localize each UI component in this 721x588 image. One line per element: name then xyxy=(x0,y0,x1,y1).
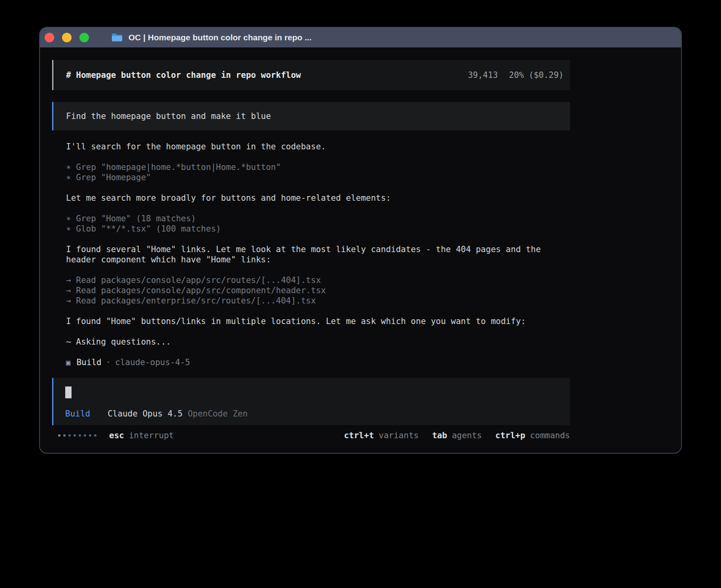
traffic-lights xyxy=(45,33,89,42)
agent-icon: ▣ xyxy=(66,357,70,368)
transcript: I'll search for the homepage button in t… xyxy=(52,141,570,368)
tool-call-line: ∗ Grep "Home" (18 matches) xyxy=(66,213,570,224)
tool-call-line: ∗ Grep "homepage|home.*button|Home.*butt… xyxy=(66,162,570,172)
text-cursor xyxy=(65,386,72,398)
tool-call-line: → Read packages/console/app/src/routes/[… xyxy=(66,275,570,285)
spinner-dots xyxy=(58,434,96,437)
user-message-text: Find the homepage button and make it blu… xyxy=(66,111,271,121)
token-count: 39,413 xyxy=(468,70,498,80)
session-title: # Homepage button color change in repo w… xyxy=(66,70,301,80)
input-meta: BuildClaude Opus 4.5OpenCode Zen xyxy=(65,409,570,419)
commands-label: commands xyxy=(530,431,570,440)
zoom-button[interactable] xyxy=(79,33,89,42)
assistant-message: I'll search for the homepage button in t… xyxy=(66,141,570,152)
titlebar[interactable]: OC | Homepage button color change in rep… xyxy=(40,28,681,47)
provider-label: OpenCode Zen xyxy=(188,409,248,418)
ctrl-p-key-hint: ctrl+p xyxy=(495,431,525,440)
agents-label: agents xyxy=(452,431,482,440)
close-button[interactable] xyxy=(45,33,54,42)
status-bar: esc interrupt ctrl+tvariants tabagents c… xyxy=(52,430,570,441)
assistant-message: ~ Asking questions... xyxy=(66,337,570,347)
ctrl-t-key-hint: ctrl+t xyxy=(344,431,374,440)
tool-call-line: ∗ Glob "**/*.tsx" (100 matches) xyxy=(66,224,570,234)
session-meta: 39,41320%($0.29) xyxy=(468,70,564,80)
agent-model-name: claude-opus-4-5 xyxy=(115,357,190,368)
window-title: OC | Homepage button color change in rep… xyxy=(128,33,311,42)
tool-call-group: ∗ Grep "homepage|home.*button|Home.*butt… xyxy=(66,162,570,183)
shortcut-commands: ctrl+pcommands xyxy=(495,430,570,441)
agent-separator: · xyxy=(106,357,111,368)
assistant-message: Let me search more broadly for buttons a… xyxy=(66,193,570,203)
tool-call-line: → Read packages/enterprise/src/routes/[.… xyxy=(66,296,570,306)
session-header: # Homepage button color change in repo w… xyxy=(52,60,570,90)
variants-label: variants xyxy=(379,431,419,440)
shortcut-variants: ctrl+tvariants xyxy=(344,430,419,441)
minimize-button[interactable] xyxy=(62,33,72,42)
tool-call-group: ∗ Grep "Home" (18 matches) ∗ Glob "**/*.… xyxy=(66,213,570,234)
assistant-message: I found "Home" buttons/links in multiple… xyxy=(66,316,570,326)
shortcut-agents: tabagents xyxy=(432,430,482,441)
model-label: Claude Opus 4.5 xyxy=(108,409,183,418)
terminal-window: OC | Homepage button color change in rep… xyxy=(39,27,682,454)
user-message: Find the homepage button and make it blu… xyxy=(52,102,570,130)
interrupt-label: interrupt xyxy=(129,430,174,441)
agent-name: Build xyxy=(76,357,101,368)
prompt-input[interactable]: BuildClaude Opus 4.5OpenCode Zen xyxy=(52,378,570,425)
tool-call-group: → Read packages/console/app/src/routes/[… xyxy=(66,275,570,306)
session-cost: ($0.29) xyxy=(528,70,564,80)
esc-key-hint: esc xyxy=(109,430,124,441)
tool-call-line: → Read packages/console/app/src/componen… xyxy=(66,285,570,296)
tab-key-hint: tab xyxy=(432,431,447,440)
context-percent: 20% xyxy=(509,70,524,80)
agent-mode-label[interactable]: Build xyxy=(65,409,90,418)
tool-call-line: ∗ Grep "Homepage" xyxy=(66,172,570,183)
folder-icon xyxy=(111,33,123,42)
assistant-message: I found several "Home" links. Let me loo… xyxy=(66,244,570,265)
agent-status: ▣ Build · claude-opus-4-5 xyxy=(66,357,570,368)
